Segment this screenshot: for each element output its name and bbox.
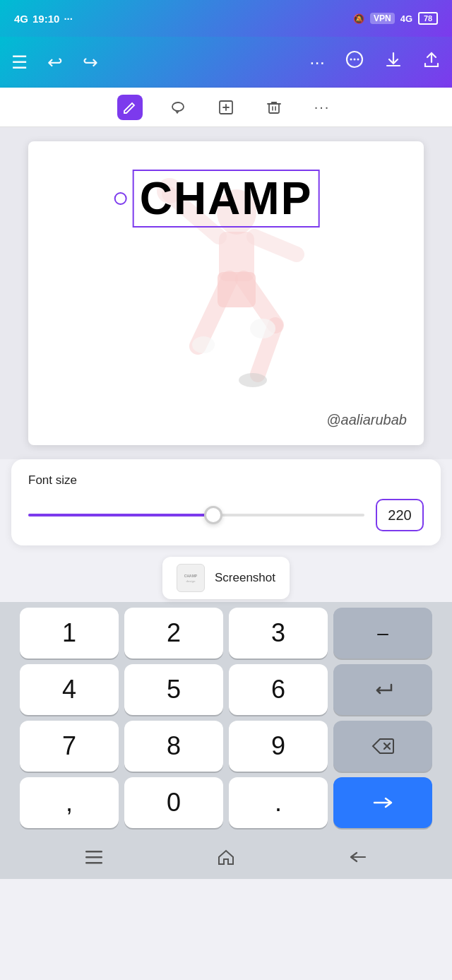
key-6[interactable]: 6: [229, 664, 328, 715]
svg-point-3: [357, 58, 359, 60]
more-tools-button[interactable]: ···: [309, 95, 335, 120]
key-5[interactable]: 5: [124, 664, 223, 715]
battery-indicator: 78: [418, 12, 438, 25]
bell-mute-icon: 🔕: [353, 13, 364, 24]
status-dots: ···: [64, 13, 73, 25]
champ-text-element[interactable]: CHAMP: [133, 170, 320, 228]
key-enter[interactable]: [333, 777, 432, 828]
canvas-area: CHAMP @aaliarubab: [0, 127, 452, 459]
font-size-label: Font size: [28, 473, 424, 488]
key-7[interactable]: 7: [20, 721, 119, 772]
svg-line-10: [254, 237, 297, 254]
screenshot-row: CHAMP design Screenshot: [0, 557, 452, 599]
more-options-button[interactable]: ···: [309, 52, 325, 73]
share-button[interactable]: [422, 51, 441, 74]
delete-element-button[interactable]: [261, 95, 287, 120]
key-8[interactable]: 8: [124, 721, 223, 772]
keyboard-row-4: , 0 .: [4, 777, 448, 828]
key-backspace[interactable]: [333, 721, 432, 772]
slider-fill: [28, 514, 213, 516]
svg-point-18: [239, 373, 267, 387]
key-period[interactable]: .: [229, 777, 328, 828]
watermark-text: @aaliarubab: [326, 412, 407, 428]
svg-point-2: [354, 58, 356, 60]
svg-rect-6: [269, 104, 279, 113]
svg-point-4: [172, 102, 184, 111]
font-size-input[interactable]: [376, 499, 424, 531]
main-toolbar: ☰ ↩ ↪ ···: [0, 37, 452, 88]
key-9[interactable]: 9: [229, 721, 328, 772]
signal-icon: 4G: [14, 13, 28, 25]
key-comma[interactable]: ,: [20, 777, 119, 828]
slider-thumb[interactable]: [204, 506, 222, 524]
menu-button[interactable]: ☰: [11, 52, 28, 73]
key-0[interactable]: 0: [124, 777, 223, 828]
font-size-panel: Font size: [11, 459, 441, 545]
screenshot-thumbnail: CHAMP design: [177, 564, 205, 592]
selection-handle[interactable]: [114, 192, 127, 205]
keyboard-row-1: 1 2 3 –: [4, 608, 448, 659]
svg-point-1: [350, 58, 352, 60]
svg-rect-15: [218, 272, 256, 307]
svg-rect-20: [85, 856, 102, 858]
comment-button[interactable]: [345, 50, 364, 75]
download-button[interactable]: [384, 51, 403, 74]
status-right: 🔕 VPN 4G 78: [353, 12, 438, 25]
screenshot-label: Screenshot: [215, 571, 275, 585]
keyboard-row-3: 7 8 9: [4, 721, 448, 772]
nav-menu-button[interactable]: [84, 849, 104, 869]
add-element-button[interactable]: [213, 95, 239, 120]
redo-button[interactable]: ↪: [83, 52, 98, 73]
toolbar-right: ···: [309, 50, 441, 75]
navigation-bar: [0, 839, 452, 879]
mini-toolbar: ···: [0, 88, 452, 127]
lte-icon: 4G: [400, 13, 412, 24]
svg-point-17: [192, 336, 215, 353]
champ-label: CHAMP: [133, 170, 320, 228]
numeric-keyboard: 1 2 3 – 4 5 6 7 8 9 , 0 .: [0, 602, 452, 839]
key-minus[interactable]: –: [333, 608, 432, 659]
status-bar: 4G 19:10 ··· 🔕 VPN 4G 78: [0, 0, 452, 37]
key-return[interactable]: [333, 664, 432, 715]
key-3[interactable]: 3: [229, 608, 328, 659]
svg-point-16: [250, 319, 275, 338]
vpn-badge: VPN: [370, 13, 395, 24]
font-size-slider[interactable]: [28, 514, 364, 516]
nav-back-button[interactable]: [348, 849, 368, 869]
key-4[interactable]: 4: [20, 664, 119, 715]
keyboard-row-2: 4 5 6: [4, 664, 448, 715]
bubble-tool-button[interactable]: [165, 95, 191, 120]
svg-rect-19: [85, 851, 102, 853]
edit-tool-button[interactable]: [117, 95, 143, 120]
svg-rect-21: [85, 862, 102, 864]
undo-button[interactable]: ↩: [47, 52, 63, 73]
screenshot-chip[interactable]: CHAMP design Screenshot: [162, 557, 290, 599]
design-canvas[interactable]: CHAMP @aaliarubab: [28, 141, 424, 445]
status-time: 19:10: [32, 13, 59, 25]
slider-row: [28, 499, 424, 531]
status-left: 4G 19:10 ···: [14, 13, 73, 25]
key-1[interactable]: 1: [20, 608, 119, 659]
key-2[interactable]: 2: [124, 608, 223, 659]
nav-home-button[interactable]: [216, 847, 236, 871]
